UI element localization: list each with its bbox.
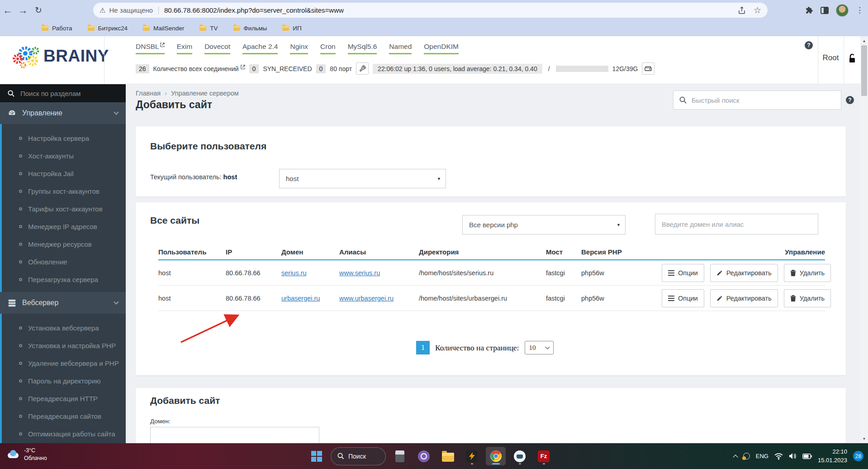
domain-link[interactable]: urbasergei.ru — [281, 295, 320, 302]
sidebar-item-webserver-remove[interactable]: Удаление вебсервера и PHP — [2, 354, 126, 372]
bookmark-folder[interactable]: TV — [199, 25, 218, 32]
bookmark-folder[interactable]: Работа — [42, 25, 72, 32]
sidebar-search-input[interactable] — [20, 90, 111, 97]
taskbar-filezilla[interactable]: Fz — [534, 447, 554, 465]
nav-link-named[interactable]: Named — [389, 43, 412, 54]
reload-icon[interactable]: ↻ — [31, 5, 46, 15]
sidebar-item-host-groups[interactable]: Группы хост-аккаунтов — [2, 182, 126, 200]
all-sites-card: Все сайты Все версии php▼ Пользователь I… — [136, 202, 846, 375]
sidebar-item-directory-password[interactable]: Пароль на директорию — [2, 372, 126, 390]
quick-search-box[interactable] — [673, 91, 841, 110]
taskbar-clock[interactable]: 22:1015.01.2023 — [818, 448, 847, 464]
bookmark-folder[interactable]: MailSender — [143, 25, 184, 32]
bookmark-star-icon[interactable]: ☆ — [754, 5, 761, 15]
page-scrollbar[interactable]: ▲ ▼ — [860, 36, 868, 443]
sidebar-item-ip-manager[interactable]: Менеджер IP адресов — [2, 218, 126, 235]
share-icon[interactable] — [737, 6, 746, 15]
per-page-select[interactable]: 10 — [525, 341, 554, 354]
wifi-icon[interactable] — [774, 453, 783, 460]
table-row: host 80.66.78.66 urbasergei.ru www.urbas… — [158, 286, 825, 311]
taskbar-search[interactable]: Поиск — [331, 447, 386, 465]
alias-link[interactable]: www.serius.ru — [339, 269, 380, 277]
nav-link-cron[interactable]: Cron — [320, 43, 336, 54]
sidebar-search[interactable] — [0, 84, 126, 102]
user-select[interactable]: host▼ — [279, 169, 446, 188]
edit-button[interactable]: Редактировать — [710, 264, 778, 282]
side-panel-icon[interactable] — [821, 7, 829, 14]
domain-filter-box[interactable] — [655, 214, 818, 234]
options-button[interactable]: Опции — [662, 289, 704, 307]
taskbar-app-camera[interactable] — [414, 447, 434, 465]
sidebar-item-webserver-install[interactable]: Установка вебсервера — [2, 319, 126, 337]
taskbar-chrome-active[interactable] — [486, 447, 506, 465]
disk-button[interactable] — [642, 62, 655, 75]
header-help-icon[interactable]: ? — [805, 41, 813, 49]
sidebar-section-management[interactable]: Управление — [0, 102, 126, 124]
sidebar-item-site-optimization[interactable]: Оптимизация работы сайта — [2, 425, 126, 443]
sidebar-item-php-setup[interactable]: Установка и настройка PHP — [2, 337, 126, 354]
sidebar-item-label: Установка вебсервера — [28, 324, 99, 332]
start-button[interactable] — [307, 447, 327, 465]
sidebar-item-host-tariffs[interactable]: Тарифы хост-аккаунтов — [2, 200, 126, 218]
forward-icon[interactable]: → — [15, 5, 31, 16]
nav-link-apache[interactable]: Apache 2.4 — [242, 43, 278, 54]
bookmark-folder[interactable]: ИП — [282, 25, 301, 32]
delete-button[interactable]: Удалить — [784, 289, 831, 307]
page-number-button[interactable]: 1 — [416, 341, 430, 354]
domain-filter-input[interactable] — [662, 220, 806, 228]
taskbar-weather-widget[interactable]: -3°CОблачно — [6, 447, 47, 462]
taskbar-app-sublime[interactable] — [462, 447, 482, 465]
scroll-down-icon[interactable]: ▼ — [860, 435, 868, 442]
page-help-icon[interactable]: ? — [846, 96, 854, 104]
browser-profile-avatar[interactable] — [836, 4, 849, 17]
back-icon[interactable]: ← — [0, 5, 15, 16]
sidebar-item-server-settings[interactable]: Настройка сервера — [2, 129, 126, 147]
keyboard-language[interactable]: ENG — [756, 453, 768, 459]
sidebar-item-update[interactable]: Обновление — [2, 253, 126, 271]
sidebar-item-server-reboot[interactable]: Перезагрузка сервера — [2, 271, 126, 288]
breadcrumb-home[interactable]: Главная — [136, 90, 161, 97]
sidebar-item-sites-redirect[interactable]: Переадресация сайтов — [2, 407, 126, 425]
scrollbar-thumb[interactable] — [861, 45, 867, 96]
volume-icon[interactable] — [789, 453, 797, 459]
sidebar-item-jail-settings[interactable]: Настройка Jail — [2, 165, 126, 182]
wrench-button[interactable] — [356, 62, 369, 75]
battery-icon[interactable] — [802, 454, 812, 459]
edit-button[interactable]: Редактировать — [710, 289, 778, 307]
folder-icon — [282, 26, 289, 31]
sidebar-section-webserver[interactable]: Вебсервер — [0, 292, 126, 314]
nav-link-exim[interactable]: Exim — [177, 43, 192, 54]
logout-lock-icon[interactable] — [848, 53, 857, 63]
nav-link-dovecot[interactable]: Dovecot — [204, 43, 230, 54]
sidebar-item-host-accounts[interactable]: Хост-аккаунты — [2, 147, 126, 165]
options-button[interactable]: Опции — [662, 264, 704, 282]
nav-link-nginx[interactable]: Nginx — [290, 43, 308, 54]
nav-link-mysql[interactable]: MySql5.6 — [348, 43, 377, 54]
bookmark-folder[interactable]: Битрикс24 — [88, 25, 128, 32]
new-domain-input[interactable] — [150, 427, 319, 443]
breadcrumb-server-control[interactable]: Управление сервером — [171, 90, 239, 97]
domain-link[interactable]: serius.ru — [281, 269, 307, 277]
extensions-puzzle-icon[interactable] — [804, 6, 813, 15]
scroll-up-icon[interactable]: ▲ — [860, 37, 868, 44]
bookmark-folder[interactable]: Фильмы — [233, 25, 267, 32]
sidebar-item-http-redirect[interactable]: Переадресация HTTP — [2, 390, 126, 407]
quick-search-input[interactable] — [692, 96, 818, 104]
connections-label[interactable]: Количество всех соединений — [153, 65, 239, 72]
notification-count-badge[interactable]: 28 — [853, 451, 863, 461]
taskbar-file-explorer[interactable] — [438, 447, 458, 465]
nav-link-opendkim[interactable]: OpenDKIM — [424, 43, 459, 54]
taskbar-app-browser2[interactable] — [510, 447, 530, 465]
brainy-logo[interactable]: BRAINY — [12, 43, 109, 70]
taskbar-app-window[interactable] — [390, 447, 410, 465]
url-bar[interactable]: ⚠ Не защищено 80.66.78.66:8002/index.php… — [93, 3, 768, 18]
nav-link-dnsbl[interactable]: DNSBL — [136, 43, 165, 54]
delete-button[interactable]: Удалить — [784, 264, 831, 282]
alias-link[interactable]: www.urbasergei.ru — [339, 295, 394, 302]
tray-sync-icon[interactable] — [743, 453, 750, 459]
tray-chevron-up-icon[interactable] — [733, 455, 738, 459]
php-version-filter-select[interactable]: Все версии php▼ — [462, 215, 626, 234]
current-admin-label[interactable]: Root — [818, 53, 843, 62]
browser-menu-kebab-icon[interactable]: ⋮ — [856, 5, 863, 15]
sidebar-item-resource-manager[interactable]: Менеджер ресурсов — [2, 235, 126, 253]
